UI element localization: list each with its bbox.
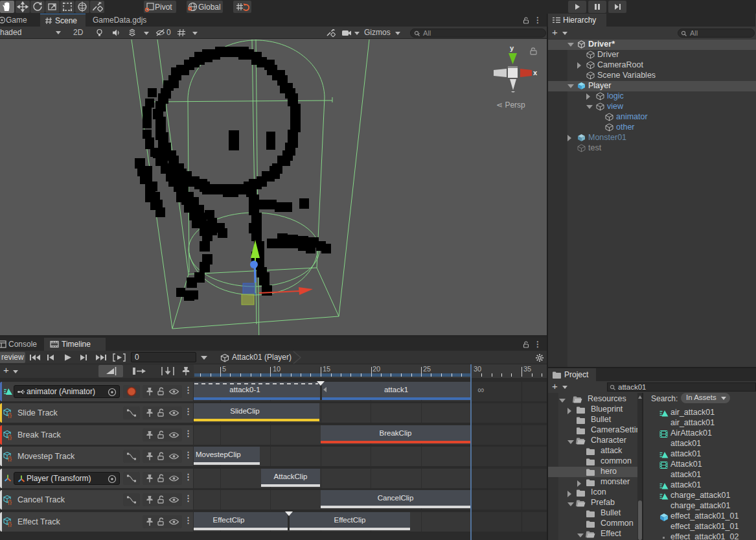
svg-text:{}: {} [8,499,12,506]
svg-text:{}: {} [8,456,12,462]
svg-text:{}: {} [8,521,12,528]
svg-text:x: x [533,69,538,76]
svg-text:⋖ Persp: ⋖ Persp [496,100,525,110]
svg-text:{}: {} [8,412,12,419]
svg-text:y: y [510,44,514,52]
svg-text:{}: {} [8,434,12,441]
